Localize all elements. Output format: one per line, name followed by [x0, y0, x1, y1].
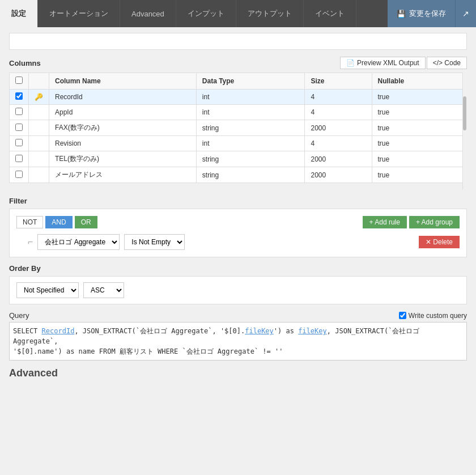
- col-header-checkbox: [10, 73, 29, 90]
- col-header-size: Size: [305, 73, 372, 90]
- col-datatype: string: [196, 167, 305, 183]
- col-nullable: true: [372, 105, 467, 120]
- col-datatype: int: [196, 105, 305, 120]
- col-name: FAX(数字のみ): [49, 120, 197, 136]
- key-icon: [29, 167, 49, 183]
- filter-section-header: Filter: [9, 197, 467, 205]
- col-nullable: true: [372, 151, 467, 167]
- columns-section-header: Columns 📄 Preview XML Output </> Code: [9, 57, 467, 69]
- row-checkbox[interactable]: [15, 92, 23, 100]
- preview-icon: 📄: [346, 59, 355, 67]
- scroll-track[interactable]: [462, 73, 467, 190]
- filter-field-select[interactable]: 会社ロゴ Aggregate: [37, 234, 120, 250]
- code-button[interactable]: </> Code: [427, 57, 467, 69]
- col-name: TEL(数字のみ): [49, 151, 197, 167]
- col-size: 2000: [305, 120, 372, 136]
- top-box: [9, 33, 467, 50]
- col-name: Revision: [49, 136, 197, 151]
- columns-table-wrapper: Column Name Data Type Size Nullable 🔑Rec…: [9, 73, 467, 190]
- table-row: AppIdint4true: [10, 105, 467, 120]
- col-name: AppId: [49, 105, 197, 120]
- key-icon: [29, 105, 49, 120]
- row-checkbox[interactable]: [15, 155, 23, 162]
- col-datatype: int: [196, 90, 305, 105]
- and-button[interactable]: AND: [45, 216, 72, 228]
- col-datatype: string: [196, 120, 305, 136]
- columns-label: Columns: [9, 59, 41, 67]
- order-by-direction-select[interactable]: ASC DESC: [83, 282, 124, 298]
- filter-condition-select[interactable]: Is Not Empty Is Empty Equals Not Equals: [124, 234, 185, 250]
- table-row: Revisionint4true: [10, 136, 467, 151]
- rule-connector: ⌐: [28, 237, 33, 247]
- add-group-button[interactable]: + Add group: [409, 216, 460, 228]
- col-size: 4: [305, 136, 372, 151]
- tab-bar: 設定 オートメーション Advanced インプット アウトプット イベント 💾…: [0, 0, 476, 27]
- key-icon: 🔑: [29, 90, 49, 105]
- query-header: Query Write custom query: [9, 311, 467, 320]
- table-row: TEL(数字のみ)string2000true: [10, 151, 467, 167]
- columns-table: Column Name Data Type Size Nullable 🔑Rec…: [9, 73, 467, 183]
- query-section: Query Write custom query SELECT RecordId…: [9, 311, 467, 361]
- filter-logic-row: NOT AND OR + Add rule + Add group: [16, 216, 460, 228]
- col-name: RecordId: [49, 90, 197, 105]
- save-button[interactable]: 💾 変更を保存: [388, 0, 455, 27]
- scroll-thumb[interactable]: [463, 96, 466, 130]
- row-checkbox[interactable]: [15, 124, 23, 131]
- col-header-datatype: Data Type: [196, 73, 305, 90]
- tab-advanced[interactable]: Advanced: [120, 0, 176, 27]
- table-row: メールアドレスstring2000true: [10, 167, 467, 183]
- filter-label: Filter: [9, 197, 27, 205]
- col-nullable: true: [372, 90, 467, 105]
- preview-xml-button[interactable]: 📄 Preview XML Output: [340, 57, 426, 69]
- row-checkbox[interactable]: [15, 108, 23, 115]
- write-custom-query-checkbox[interactable]: [399, 312, 406, 319]
- columns-header-buttons: 📄 Preview XML Output </> Code: [340, 57, 467, 69]
- col-size: 2000: [305, 167, 372, 183]
- not-button[interactable]: NOT: [16, 216, 43, 228]
- order-by-row: Not Specified ASC DESC: [9, 276, 467, 304]
- order-by-section-header: Order By: [9, 264, 467, 273]
- or-button[interactable]: OR: [75, 216, 97, 228]
- col-nullable: true: [372, 136, 467, 151]
- col-datatype: string: [196, 151, 305, 167]
- tab-event[interactable]: イベント: [304, 0, 356, 27]
- col-header-nullable: Nullable: [372, 73, 467, 90]
- query-label: Query: [9, 311, 29, 320]
- advanced-heading: Advanced: [9, 367, 467, 379]
- tab-input[interactable]: インプット: [176, 0, 236, 27]
- external-link-button[interactable]: ↗: [455, 0, 476, 27]
- tab-output[interactable]: アウトプット: [236, 0, 304, 27]
- order-by-field-select[interactable]: Not Specified: [16, 282, 79, 298]
- key-icon: [29, 120, 49, 136]
- key-icon: [29, 136, 49, 151]
- order-by-section: Order By Not Specified ASC DESC: [9, 264, 467, 304]
- row-checkbox[interactable]: [15, 171, 23, 178]
- filter-box: NOT AND OR + Add rule + Add group ⌐ 会社ロゴ…: [9, 209, 467, 257]
- add-rule-button[interactable]: + Add rule: [363, 216, 407, 228]
- query-text-box: SELECT RecordId, JSON_EXTRACT(`会社ロゴ Aggr…: [9, 322, 467, 361]
- col-size: 4: [305, 105, 372, 120]
- col-nullable: true: [372, 120, 467, 136]
- write-custom-query-label[interactable]: Write custom query: [399, 312, 467, 320]
- row-checkbox[interactable]: [15, 139, 23, 146]
- save-icon: 💾: [397, 10, 406, 18]
- col-datatype: int: [196, 136, 305, 151]
- col-nullable: true: [372, 167, 467, 183]
- main-content: Columns 📄 Preview XML Output </> Code Co…: [0, 27, 476, 388]
- filter-rule-row: ⌐ 会社ロゴ Aggregate Is Not Empty Is Empty E…: [28, 234, 460, 250]
- select-all-checkbox[interactable]: [15, 77, 23, 84]
- table-row: 🔑RecordIdint4true: [10, 90, 467, 105]
- table-row: FAX(数字のみ)string2000true: [10, 120, 467, 136]
- col-header-name: Column Name: [49, 73, 197, 90]
- tab-settings[interactable]: 設定: [0, 0, 38, 27]
- external-icon: ↗: [462, 9, 469, 18]
- key-icon: [29, 151, 49, 167]
- col-size: 4: [305, 90, 372, 105]
- delete-rule-button[interactable]: ✕ Delete: [419, 236, 460, 248]
- order-by-label: Order By: [9, 264, 41, 273]
- col-size: 2000: [305, 151, 372, 167]
- col-header-key: [29, 73, 49, 90]
- tab-automation[interactable]: オートメーション: [38, 0, 120, 27]
- col-name: メールアドレス: [49, 167, 197, 183]
